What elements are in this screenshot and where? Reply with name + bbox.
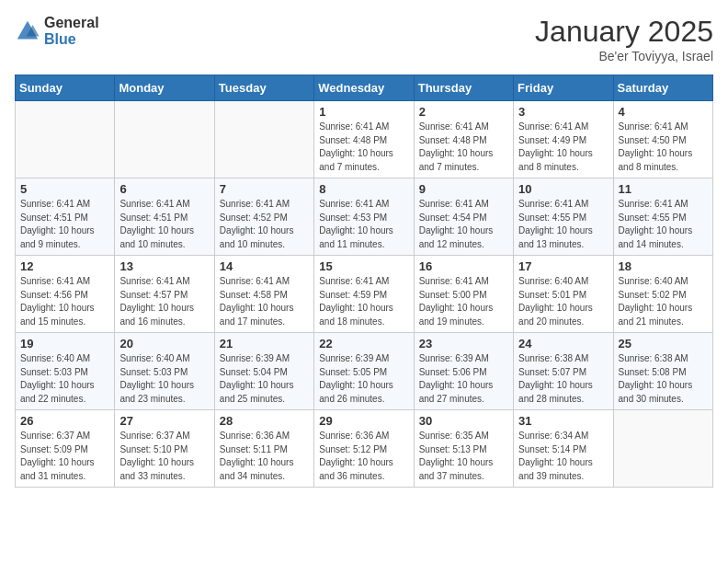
day-number: 25 (619, 337, 708, 350)
day-cell: 21Sunrise: 6:39 AM Sunset: 5:04 PM Dayli… (214, 333, 313, 410)
day-cell: 30Sunrise: 6:35 AM Sunset: 5:13 PM Dayli… (414, 410, 513, 488)
day-info: Sunrise: 6:34 AM Sunset: 5:14 PM Dayligh… (518, 430, 608, 483)
day-info: Sunrise: 6:41 AM Sunset: 4:54 PM Dayligh… (419, 198, 508, 251)
day-number: 4 (619, 105, 708, 119)
day-cell: 18Sunrise: 6:40 AM Sunset: 5:02 PM Dayli… (613, 256, 712, 333)
day-number: 6 (119, 182, 209, 196)
column-header-monday: Monday (115, 75, 214, 101)
day-cell: 25Sunrise: 6:38 AM Sunset: 5:08 PM Dayli… (613, 333, 712, 410)
day-cell: 6Sunrise: 6:41 AM Sunset: 4:51 PM Daylig… (115, 178, 214, 256)
logo-general: General (44, 15, 99, 31)
day-cell: 19Sunrise: 6:40 AM Sunset: 5:03 PM Dayli… (16, 333, 115, 410)
column-header-thursday: Thursday (414, 75, 513, 101)
logo-icon (15, 18, 40, 44)
day-info: Sunrise: 6:41 AM Sunset: 4:48 PM Dayligh… (319, 121, 408, 174)
day-cell: 28Sunrise: 6:36 AM Sunset: 5:11 PM Dayli… (214, 410, 313, 488)
day-info: Sunrise: 6:41 AM Sunset: 4:50 PM Dayligh… (619, 121, 708, 174)
day-number: 16 (419, 259, 508, 273)
day-cell: 12Sunrise: 6:41 AM Sunset: 4:56 PM Dayli… (16, 256, 115, 333)
logo: General Blue (15, 15, 99, 47)
week-row-1: 1Sunrise: 6:41 AM Sunset: 4:48 PM Daylig… (16, 101, 713, 178)
day-cell: 15Sunrise: 6:41 AM Sunset: 4:59 PM Dayli… (314, 256, 414, 333)
calendar-subtitle: Be'er Toviyya, Israel (535, 49, 713, 63)
day-cell: 9Sunrise: 6:41 AM Sunset: 4:54 PM Daylig… (414, 178, 513, 256)
day-info: Sunrise: 6:39 AM Sunset: 5:05 PM Dayligh… (319, 352, 408, 406)
day-number: 24 (518, 337, 608, 350)
day-info: Sunrise: 6:41 AM Sunset: 4:49 PM Dayligh… (518, 121, 608, 174)
day-number: 26 (20, 414, 109, 428)
day-info: Sunrise: 6:40 AM Sunset: 5:03 PM Dayligh… (119, 352, 209, 406)
title-block: January 2025 Be'er Toviyya, Israel (535, 15, 713, 63)
calendar-table: SundayMondayTuesdayWednesdayThursdayFrid… (15, 75, 713, 488)
day-info: Sunrise: 6:36 AM Sunset: 5:12 PM Dayligh… (319, 430, 408, 483)
day-cell: 24Sunrise: 6:38 AM Sunset: 5:07 PM Dayli… (514, 333, 613, 410)
day-number: 17 (518, 259, 608, 273)
column-header-saturday: Saturday (613, 75, 712, 101)
week-row-5: 26Sunrise: 6:37 AM Sunset: 5:09 PM Dayli… (16, 410, 713, 488)
day-info: Sunrise: 6:41 AM Sunset: 4:55 PM Dayligh… (518, 198, 608, 251)
day-cell: 14Sunrise: 6:41 AM Sunset: 4:58 PM Dayli… (214, 256, 313, 333)
day-info: Sunrise: 6:41 AM Sunset: 4:58 PM Dayligh… (220, 275, 309, 328)
day-number: 19 (20, 337, 109, 350)
day-cell: 7Sunrise: 6:41 AM Sunset: 4:52 PM Daylig… (214, 178, 313, 256)
day-info: Sunrise: 6:40 AM Sunset: 5:03 PM Dayligh… (20, 352, 109, 406)
day-number: 10 (518, 182, 608, 196)
day-cell (613, 410, 712, 488)
day-cell: 8Sunrise: 6:41 AM Sunset: 4:53 PM Daylig… (314, 178, 414, 256)
day-cell: 20Sunrise: 6:40 AM Sunset: 5:03 PM Dayli… (115, 333, 214, 410)
day-cell (115, 101, 214, 178)
day-cell: 10Sunrise: 6:41 AM Sunset: 4:55 PM Dayli… (514, 178, 613, 256)
day-number: 7 (220, 182, 309, 196)
day-cell: 27Sunrise: 6:37 AM Sunset: 5:10 PM Dayli… (115, 410, 214, 488)
day-number: 11 (619, 182, 708, 196)
day-number: 27 (119, 414, 209, 428)
day-number: 23 (419, 337, 508, 350)
day-number: 31 (518, 414, 608, 428)
day-number: 20 (119, 337, 209, 350)
day-cell: 17Sunrise: 6:40 AM Sunset: 5:01 PM Dayli… (514, 256, 613, 333)
day-cell: 29Sunrise: 6:36 AM Sunset: 5:12 PM Dayli… (314, 410, 414, 488)
day-number: 14 (220, 259, 309, 273)
column-header-tuesday: Tuesday (214, 75, 313, 101)
day-number: 15 (319, 259, 408, 273)
day-cell: 1Sunrise: 6:41 AM Sunset: 4:48 PM Daylig… (314, 101, 414, 178)
day-cell: 31Sunrise: 6:34 AM Sunset: 5:14 PM Dayli… (514, 410, 613, 488)
day-number: 2 (419, 105, 508, 119)
day-number: 8 (319, 182, 408, 196)
day-info: Sunrise: 6:41 AM Sunset: 4:51 PM Dayligh… (119, 198, 209, 251)
day-cell: 13Sunrise: 6:41 AM Sunset: 4:57 PM Dayli… (115, 256, 214, 333)
day-number: 9 (419, 182, 508, 196)
day-info: Sunrise: 6:36 AM Sunset: 5:11 PM Dayligh… (220, 430, 309, 483)
day-number: 13 (119, 259, 209, 273)
logo-blue: Blue (44, 31, 99, 48)
day-cell: 5Sunrise: 6:41 AM Sunset: 4:51 PM Daylig… (16, 178, 115, 256)
calendar-title: January 2025 (535, 15, 713, 49)
week-row-4: 19Sunrise: 6:40 AM Sunset: 5:03 PM Dayli… (16, 333, 713, 410)
week-row-2: 5Sunrise: 6:41 AM Sunset: 4:51 PM Daylig… (16, 178, 713, 256)
day-number: 28 (220, 414, 309, 428)
page-header: General Blue January 2025 Be'er Toviyya,… (15, 15, 713, 63)
day-info: Sunrise: 6:41 AM Sunset: 5:00 PM Dayligh… (419, 275, 508, 328)
day-cell: 26Sunrise: 6:37 AM Sunset: 5:09 PM Dayli… (16, 410, 115, 488)
column-header-friday: Friday (514, 75, 613, 101)
day-cell: 2Sunrise: 6:41 AM Sunset: 4:48 PM Daylig… (414, 101, 513, 178)
day-info: Sunrise: 6:40 AM Sunset: 5:02 PM Dayligh… (619, 275, 708, 328)
day-number: 12 (20, 259, 109, 273)
day-cell: 3Sunrise: 6:41 AM Sunset: 4:49 PM Daylig… (514, 101, 613, 178)
day-cell: 4Sunrise: 6:41 AM Sunset: 4:50 PM Daylig… (613, 101, 712, 178)
day-number: 22 (319, 337, 408, 350)
day-info: Sunrise: 6:37 AM Sunset: 5:10 PM Dayligh… (119, 430, 209, 483)
day-info: Sunrise: 6:41 AM Sunset: 4:51 PM Dayligh… (20, 198, 109, 251)
day-info: Sunrise: 6:40 AM Sunset: 5:01 PM Dayligh… (518, 275, 608, 328)
day-info: Sunrise: 6:35 AM Sunset: 5:13 PM Dayligh… (419, 430, 508, 483)
day-info: Sunrise: 6:39 AM Sunset: 5:06 PM Dayligh… (419, 352, 508, 406)
column-header-sunday: Sunday (16, 75, 115, 101)
day-cell (16, 101, 115, 178)
day-number: 21 (220, 337, 309, 350)
day-info: Sunrise: 6:41 AM Sunset: 4:48 PM Dayligh… (419, 121, 508, 174)
day-cell: 16Sunrise: 6:41 AM Sunset: 5:00 PM Dayli… (414, 256, 513, 333)
day-info: Sunrise: 6:41 AM Sunset: 4:55 PM Dayligh… (619, 198, 708, 251)
day-cell: 22Sunrise: 6:39 AM Sunset: 5:05 PM Dayli… (314, 333, 414, 410)
day-number: 5 (20, 182, 109, 196)
logo-text: General Blue (44, 15, 99, 47)
